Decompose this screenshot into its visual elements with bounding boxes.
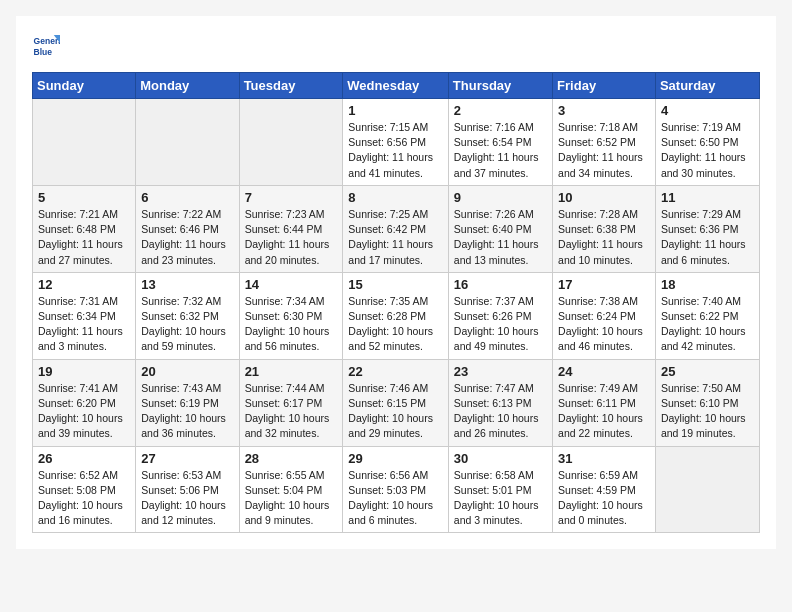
- day-cell: 27Sunrise: 6:53 AMSunset: 5:06 PMDayligh…: [136, 446, 239, 533]
- day-info: Sunrise: 7:21 AMSunset: 6:48 PMDaylight:…: [38, 207, 130, 268]
- day-number: 26: [38, 451, 130, 466]
- day-cell: 31Sunrise: 6:59 AMSunset: 4:59 PMDayligh…: [553, 446, 656, 533]
- day-cell: 22Sunrise: 7:46 AMSunset: 6:15 PMDayligh…: [343, 359, 449, 446]
- day-number: 29: [348, 451, 443, 466]
- day-cell: 11Sunrise: 7:29 AMSunset: 6:36 PMDayligh…: [655, 185, 759, 272]
- weekday-header-sunday: Sunday: [33, 73, 136, 99]
- day-number: 12: [38, 277, 130, 292]
- day-info: Sunrise: 7:35 AMSunset: 6:28 PMDaylight:…: [348, 294, 443, 355]
- day-cell: 26Sunrise: 6:52 AMSunset: 5:08 PMDayligh…: [33, 446, 136, 533]
- day-cell: [33, 99, 136, 186]
- calendar-page: General Blue SundayMondayTuesdayWednesda…: [16, 16, 776, 549]
- day-number: 21: [245, 364, 338, 379]
- day-number: 3: [558, 103, 650, 118]
- day-cell: 5Sunrise: 7:21 AMSunset: 6:48 PMDaylight…: [33, 185, 136, 272]
- weekday-header-friday: Friday: [553, 73, 656, 99]
- day-number: 5: [38, 190, 130, 205]
- day-number: 24: [558, 364, 650, 379]
- day-info: Sunrise: 6:56 AMSunset: 5:03 PMDaylight:…: [348, 468, 443, 529]
- day-info: Sunrise: 7:16 AMSunset: 6:54 PMDaylight:…: [454, 120, 547, 181]
- day-cell: [655, 446, 759, 533]
- svg-text:Blue: Blue: [34, 47, 53, 57]
- day-info: Sunrise: 7:41 AMSunset: 6:20 PMDaylight:…: [38, 381, 130, 442]
- day-cell: 17Sunrise: 7:38 AMSunset: 6:24 PMDayligh…: [553, 272, 656, 359]
- day-number: 14: [245, 277, 338, 292]
- day-info: Sunrise: 7:28 AMSunset: 6:38 PMDaylight:…: [558, 207, 650, 268]
- day-cell: 3Sunrise: 7:18 AMSunset: 6:52 PMDaylight…: [553, 99, 656, 186]
- day-cell: 25Sunrise: 7:50 AMSunset: 6:10 PMDayligh…: [655, 359, 759, 446]
- day-cell: 20Sunrise: 7:43 AMSunset: 6:19 PMDayligh…: [136, 359, 239, 446]
- day-cell: 2Sunrise: 7:16 AMSunset: 6:54 PMDaylight…: [448, 99, 552, 186]
- weekday-header-tuesday: Tuesday: [239, 73, 343, 99]
- day-cell: 24Sunrise: 7:49 AMSunset: 6:11 PMDayligh…: [553, 359, 656, 446]
- day-number: 23: [454, 364, 547, 379]
- day-info: Sunrise: 7:40 AMSunset: 6:22 PMDaylight:…: [661, 294, 754, 355]
- day-number: 11: [661, 190, 754, 205]
- day-number: 6: [141, 190, 233, 205]
- day-number: 13: [141, 277, 233, 292]
- day-info: Sunrise: 7:49 AMSunset: 6:11 PMDaylight:…: [558, 381, 650, 442]
- logo: General Blue: [32, 32, 60, 60]
- day-info: Sunrise: 7:50 AMSunset: 6:10 PMDaylight:…: [661, 381, 754, 442]
- day-cell: 7Sunrise: 7:23 AMSunset: 6:44 PMDaylight…: [239, 185, 343, 272]
- day-info: Sunrise: 7:32 AMSunset: 6:32 PMDaylight:…: [141, 294, 233, 355]
- day-number: 30: [454, 451, 547, 466]
- day-number: 1: [348, 103, 443, 118]
- day-number: 8: [348, 190, 443, 205]
- week-row-1: 1Sunrise: 7:15 AMSunset: 6:56 PMDaylight…: [33, 99, 760, 186]
- day-cell: 19Sunrise: 7:41 AMSunset: 6:20 PMDayligh…: [33, 359, 136, 446]
- day-info: Sunrise: 7:26 AMSunset: 6:40 PMDaylight:…: [454, 207, 547, 268]
- week-row-4: 19Sunrise: 7:41 AMSunset: 6:20 PMDayligh…: [33, 359, 760, 446]
- day-number: 25: [661, 364, 754, 379]
- day-number: 19: [38, 364, 130, 379]
- weekday-header-monday: Monday: [136, 73, 239, 99]
- day-info: Sunrise: 6:53 AMSunset: 5:06 PMDaylight:…: [141, 468, 233, 529]
- weekday-header-row: SundayMondayTuesdayWednesdayThursdayFrid…: [33, 73, 760, 99]
- day-cell: 15Sunrise: 7:35 AMSunset: 6:28 PMDayligh…: [343, 272, 449, 359]
- day-cell: 1Sunrise: 7:15 AMSunset: 6:56 PMDaylight…: [343, 99, 449, 186]
- weekday-header-saturday: Saturday: [655, 73, 759, 99]
- weekday-header-thursday: Thursday: [448, 73, 552, 99]
- day-number: 7: [245, 190, 338, 205]
- day-cell: 14Sunrise: 7:34 AMSunset: 6:30 PMDayligh…: [239, 272, 343, 359]
- day-number: 22: [348, 364, 443, 379]
- logo-icon: General Blue: [32, 32, 60, 60]
- day-cell: 18Sunrise: 7:40 AMSunset: 6:22 PMDayligh…: [655, 272, 759, 359]
- day-info: Sunrise: 7:15 AMSunset: 6:56 PMDaylight:…: [348, 120, 443, 181]
- day-info: Sunrise: 7:34 AMSunset: 6:30 PMDaylight:…: [245, 294, 338, 355]
- day-info: Sunrise: 6:59 AMSunset: 4:59 PMDaylight:…: [558, 468, 650, 529]
- weekday-header-wednesday: Wednesday: [343, 73, 449, 99]
- day-number: 27: [141, 451, 233, 466]
- day-cell: 13Sunrise: 7:32 AMSunset: 6:32 PMDayligh…: [136, 272, 239, 359]
- day-info: Sunrise: 7:25 AMSunset: 6:42 PMDaylight:…: [348, 207, 443, 268]
- day-info: Sunrise: 7:43 AMSunset: 6:19 PMDaylight:…: [141, 381, 233, 442]
- week-row-3: 12Sunrise: 7:31 AMSunset: 6:34 PMDayligh…: [33, 272, 760, 359]
- day-info: Sunrise: 7:22 AMSunset: 6:46 PMDaylight:…: [141, 207, 233, 268]
- day-cell: 6Sunrise: 7:22 AMSunset: 6:46 PMDaylight…: [136, 185, 239, 272]
- day-cell: 21Sunrise: 7:44 AMSunset: 6:17 PMDayligh…: [239, 359, 343, 446]
- day-info: Sunrise: 6:58 AMSunset: 5:01 PMDaylight:…: [454, 468, 547, 529]
- day-cell: 28Sunrise: 6:55 AMSunset: 5:04 PMDayligh…: [239, 446, 343, 533]
- day-cell: 16Sunrise: 7:37 AMSunset: 6:26 PMDayligh…: [448, 272, 552, 359]
- day-number: 28: [245, 451, 338, 466]
- day-number: 9: [454, 190, 547, 205]
- day-number: 20: [141, 364, 233, 379]
- day-cell: 10Sunrise: 7:28 AMSunset: 6:38 PMDayligh…: [553, 185, 656, 272]
- day-info: Sunrise: 7:31 AMSunset: 6:34 PMDaylight:…: [38, 294, 130, 355]
- week-row-2: 5Sunrise: 7:21 AMSunset: 6:48 PMDaylight…: [33, 185, 760, 272]
- day-cell: [136, 99, 239, 186]
- day-cell: 8Sunrise: 7:25 AMSunset: 6:42 PMDaylight…: [343, 185, 449, 272]
- header: General Blue: [32, 32, 760, 60]
- svg-text:General: General: [34, 36, 60, 46]
- day-info: Sunrise: 7:18 AMSunset: 6:52 PMDaylight:…: [558, 120, 650, 181]
- day-number: 18: [661, 277, 754, 292]
- day-number: 16: [454, 277, 547, 292]
- day-number: 4: [661, 103, 754, 118]
- day-cell: 4Sunrise: 7:19 AMSunset: 6:50 PMDaylight…: [655, 99, 759, 186]
- day-number: 17: [558, 277, 650, 292]
- day-cell: 23Sunrise: 7:47 AMSunset: 6:13 PMDayligh…: [448, 359, 552, 446]
- day-info: Sunrise: 7:47 AMSunset: 6:13 PMDaylight:…: [454, 381, 547, 442]
- day-cell: 29Sunrise: 6:56 AMSunset: 5:03 PMDayligh…: [343, 446, 449, 533]
- day-number: 10: [558, 190, 650, 205]
- day-info: Sunrise: 7:23 AMSunset: 6:44 PMDaylight:…: [245, 207, 338, 268]
